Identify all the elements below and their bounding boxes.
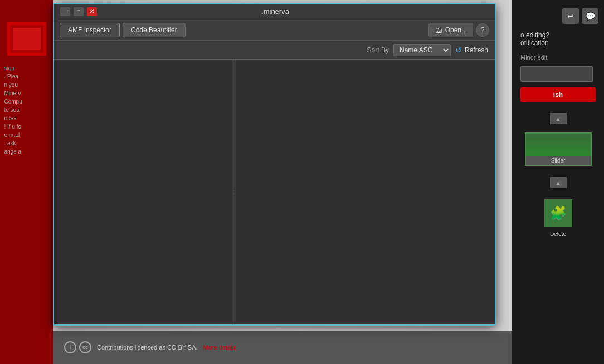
tab-code-beautifier[interactable]: Code Beautifier	[123, 23, 186, 37]
open-button[interactable]: 🗂 Open...	[428, 23, 473, 37]
left-sidebar: sign . Plea n you Minerv Compu te sea o …	[0, 0, 53, 364]
publish-button[interactable]: ish	[520, 87, 596, 102]
sidebar-wiki-text: sign . Plea n you Minerv Compu te sea o …	[4, 64, 49, 156]
open-button-label: Open...	[445, 26, 467, 34]
dialog-body: :	[54, 60, 495, 324]
editing-label: o editing?	[520, 31, 549, 39]
right-sidebar: ↩ 💬 o editing? otification Minor edit is…	[512, 0, 604, 364]
dialog-titlebar: — □ ✕ .minerva	[54, 4, 495, 19]
info-icon: i	[64, 341, 76, 353]
site-logo	[7, 22, 46, 56]
share-icon[interactable]: ↩	[562, 8, 579, 24]
close-button[interactable]: ✕	[87, 7, 97, 16]
cc-icons: i cc	[64, 341, 91, 353]
chat-icon[interactable]: 💬	[582, 8, 598, 24]
dialog-title: .minerva	[97, 7, 454, 16]
scroll-down-button[interactable]: ▲	[550, 177, 567, 188]
delete-widget: 🧩	[544, 199, 572, 227]
sort-label: Sort By	[367, 46, 389, 54]
slider-label: Slider	[526, 156, 591, 165]
minor-edit-label: Minor edit	[512, 51, 604, 63]
delete-label: Delete	[550, 231, 566, 237]
tab-amf-inspector[interactable]: AMF Inspector	[60, 23, 120, 37]
cc-icon: cc	[79, 341, 91, 353]
minimize-button[interactable]: —	[60, 7, 70, 16]
dialog-left-pane	[54, 60, 232, 324]
right-top-icons: ↩ 💬	[512, 6, 604, 27]
minor-edit-input[interactable]	[520, 66, 593, 82]
refresh-icon: ↺	[455, 46, 462, 55]
dialog-right-pane	[236, 60, 495, 324]
contributions-text: Contributions licensed as CC-BY-SA.	[97, 344, 198, 351]
minerva-dialog: — □ ✕ .minerva AMF Inspector Code Beauti…	[53, 3, 496, 326]
window-controls: — □ ✕	[59, 7, 97, 16]
divider-char: :	[233, 189, 235, 195]
help-button[interactable]: ?	[476, 23, 489, 37]
bottom-bar: i cc Contributions licensed as CC-BY-SA.…	[53, 331, 512, 364]
slider-widget: Slider	[525, 132, 592, 166]
refresh-button[interactable]: ↺ Refresh	[455, 46, 488, 55]
maximize-button[interactable]: □	[74, 7, 84, 16]
editing-section: o editing? otification	[512, 27, 604, 51]
more-details-link[interactable]: More details	[203, 344, 237, 351]
dialog-toolbar: AMF Inspector Code Beautifier 🗂 Open... …	[54, 19, 495, 41]
notification-label: otification	[520, 39, 549, 47]
sort-select[interactable]: Name ASC Name DESC Date ASC Date DESC	[393, 44, 451, 56]
scroll-up-button[interactable]: ▲	[550, 113, 567, 124]
sort-bar: Sort By Name ASC Name DESC Date ASC Date…	[54, 41, 495, 60]
refresh-label: Refresh	[465, 46, 488, 54]
folder-icon: 🗂	[435, 26, 442, 35]
